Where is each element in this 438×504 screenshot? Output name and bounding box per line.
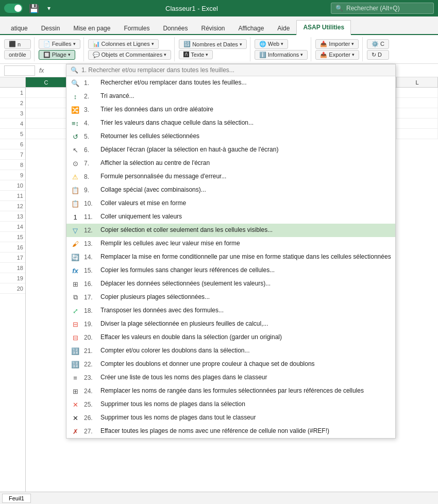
menu-item-19[interactable]: ⊟19.Diviser la plage sélectionnée en plu… <box>66 317 395 331</box>
menu-item-8[interactable]: ⚠8.Formule personnalisée du message d'er… <box>66 170 395 183</box>
menu-item-14[interactable]: 🔄14.Remplacer la mise en forme condition… <box>66 250 395 264</box>
plage-button[interactable]: 🔲 Plage ▾ <box>39 50 75 60</box>
cell-c3[interactable] <box>26 108 67 119</box>
menu-item-icon-6: ↖ <box>71 145 80 155</box>
group-importer: 📥 Importer ▾ 📤 Exporter ▾ <box>315 37 363 61</box>
selectionner-button[interactable]: ⬛ n <box>4 39 31 49</box>
tab-donnees[interactable]: Données <box>156 21 194 35</box>
menu-item-20[interactable]: ⊟20.Effacer les valeurs en double dans l… <box>66 331 395 344</box>
extra-btn-1[interactable]: ⚙️ C <box>367 39 389 49</box>
menu-item-10[interactable]: 📋10.Coller valeurs et mise en forme <box>66 197 395 210</box>
menu-item-5[interactable]: ↺5.Retourner les cellules sélectionnées <box>66 130 395 143</box>
menu-item-24[interactable]: ⊞24.Remplacer les noms de rangée dans le… <box>66 384 395 398</box>
menu-item-13[interactable]: 🖌13.Remplir les cellules avec leur valeu… <box>66 237 395 250</box>
menu-item-num-16: 16. <box>84 280 96 288</box>
importer-icon: 📥 <box>320 41 327 47</box>
search-box[interactable]: 🔍 Rechercher (Alt+Q) <box>331 3 434 14</box>
extra-btn-2[interactable]: ↻ D <box>367 50 389 60</box>
exporter-button[interactable]: 📤 Exporter ▾ <box>315 50 359 60</box>
menu-item-4[interactable]: ≡↕4.Trier les valeurs dans chaque cellul… <box>66 116 395 130</box>
menu-item-icon-13: 🖌 <box>71 239 80 248</box>
autosave-toggle[interactable] <box>4 4 23 13</box>
menu-item-12[interactable]: ▽12.Copier sélection et coller seulement… <box>66 224 395 237</box>
menu-item-icon-23: ≡ <box>71 373 80 382</box>
window-title: Classeur1 - Excel <box>53 5 331 12</box>
objets-button[interactable]: 💬 Objets et Commentaires ▾ <box>88 50 172 60</box>
menu-item-num-23: 23. <box>84 374 96 381</box>
tab-revision[interactable]: Révision <box>195 21 232 35</box>
menu-item-9[interactable]: 📋9.Collage spécial (avec combinaisons)..… <box>66 183 395 197</box>
tab-aide[interactable]: Aide <box>271 21 296 35</box>
menu-item-icon-1: 🔍 <box>71 78 80 88</box>
menu-item-text-25: Supprimer tous les noms de plages dans l… <box>100 400 391 409</box>
feuilles-label: Feuilles <box>52 41 72 47</box>
cell-l5[interactable] <box>397 129 438 139</box>
selectionner-label: n <box>18 41 21 47</box>
row-num-9: 9 <box>0 170 25 180</box>
controle-button[interactable]: ontrôle <box>4 50 31 59</box>
tab-dessin[interactable]: Dessin <box>35 21 67 35</box>
menu-item-num-2: 2. <box>84 93 96 100</box>
texte-button[interactable]: 🅰 Texte ▾ <box>179 50 213 59</box>
tab-asap-utilities[interactable]: ASAP Utilities <box>296 20 351 35</box>
menu-search-input[interactable] <box>81 66 391 74</box>
menu-item-22[interactable]: 🔢22.Compter les doublons et donner une p… <box>66 358 395 371</box>
informations-label: Informations <box>268 52 299 58</box>
menu-item-icon-11: 1 <box>71 212 80 222</box>
importer-button[interactable]: 📥 Importer ▾ <box>315 39 359 49</box>
menu-item-16[interactable]: ⊞16.Déplacer les données sélectionnées (… <box>66 277 395 291</box>
menu-item-text-17: Copier plusieurs plages sélectionnées... <box>100 293 391 301</box>
informations-button[interactable]: ℹ️ Informations ▾ <box>255 50 308 60</box>
tab-formules[interactable]: Formules <box>117 21 156 35</box>
cell-l1[interactable] <box>397 88 438 98</box>
tab-automatique[interactable]: atique <box>4 21 35 35</box>
menu-item-num-12: 12. <box>84 227 96 234</box>
menu-item-text-3: Trier les données dans un ordre aléatoir… <box>100 106 391 114</box>
colonnes-button[interactable]: 📊 Colonnes et Lignes ▾ <box>88 39 159 49</box>
dropdown-search-header: 🔍 <box>66 64 395 76</box>
col-header-c[interactable]: C <box>26 77 67 87</box>
search-icon: 🔍 <box>335 5 343 12</box>
menu-item-27[interactable]: ✗27.Effacer toutes les plages de noms av… <box>66 425 395 438</box>
feuilles-button[interactable]: 📄 Feuilles ▾ <box>39 39 80 49</box>
nombres-icon: 🔢 <box>183 41 191 47</box>
cell-l2[interactable] <box>397 98 438 108</box>
cell-c1[interactable] <box>26 88 67 98</box>
nombres-button[interactable]: 🔢 Nombres et Dates ▾ <box>179 39 247 49</box>
menu-item-21[interactable]: 🔢21.Compter et/ou colorer les doublons d… <box>66 344 395 358</box>
cell-l4[interactable] <box>397 119 438 129</box>
tab-affichage[interactable]: Affichage <box>232 21 271 35</box>
menu-item-26[interactable]: ✕26.Supprimer tous les noms de plages da… <box>66 411 395 425</box>
row-num-8: 8 <box>0 160 25 170</box>
cell-c2[interactable] <box>26 98 67 108</box>
cell-reference-input[interactable] <box>4 65 35 76</box>
menu-item-15[interactable]: fx15.Copier les formules sans changer le… <box>66 264 395 277</box>
importer-chevron: ▾ <box>351 41 354 46</box>
objets-chevron: ▾ <box>164 52 166 57</box>
toggle-knob <box>14 5 22 12</box>
menu-item-1[interactable]: 🔍1.Rechercher et/ou remplacer dans toute… <box>66 76 395 90</box>
menu-item-text-24: Remplacer les noms de rangée dans les fo… <box>100 387 391 395</box>
menu-item-6[interactable]: ↖6.Déplacer l'écran (placer la sélection… <box>66 143 395 157</box>
menu-item-text-18: Transposer les données avec des formules… <box>100 307 391 315</box>
menu-item-2[interactable]: ↕2.Tri avancé... <box>66 90 395 103</box>
menu-item-23[interactable]: ≡23.Créer une liste de tous les noms des… <box>66 371 395 384</box>
col-header-l[interactable]: L <box>397 77 438 87</box>
menu-item-3[interactable]: 🔀3.Trier les données dans un ordre aléat… <box>66 103 395 116</box>
menu-item-7[interactable]: ⊙7.Afficher la sélection au centre de l'… <box>66 157 395 170</box>
menu-item-25[interactable]: ✕25.Supprimer tous les noms de plages da… <box>66 398 395 411</box>
cell-l3[interactable] <box>397 108 438 119</box>
menu-item-11[interactable]: 111.Coller uniquement les valeurs <box>66 210 395 224</box>
menu-item-icon-16: ⊞ <box>71 279 80 289</box>
row-num-14: 14 <box>0 222 25 232</box>
save-icon[interactable]: 💾 <box>26 3 42 14</box>
menu-item-17[interactable]: ⧉17.Copier plusieurs plages sélectionnée… <box>66 291 395 304</box>
cell-c4[interactable] <box>26 119 67 129</box>
undo-arrow[interactable]: ▾ <box>45 4 53 13</box>
menu-item-icon-12: ▽ <box>71 226 80 235</box>
menu-item-18[interactable]: ⤢18.Transposer les données avec des form… <box>66 304 395 317</box>
tab-mise-en-page[interactable]: Mise en page <box>66 21 117 35</box>
cell-c5[interactable] <box>26 129 67 139</box>
sheet-tab-feuil1[interactable]: Feuil1 <box>2 494 31 503</box>
web-button[interactable]: 🌐 Web ▾ <box>255 39 288 49</box>
